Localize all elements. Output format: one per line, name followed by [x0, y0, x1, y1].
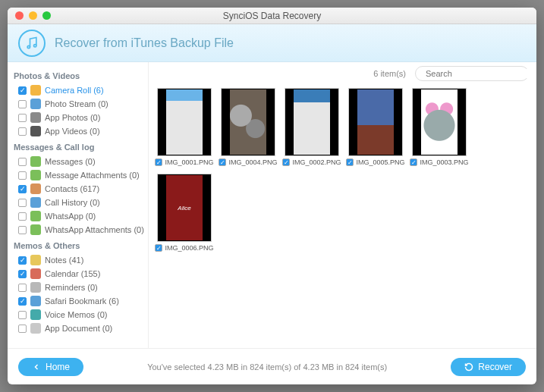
sidebar-item-label: Contacts (617): [45, 184, 99, 193]
checkbox-icon[interactable]: [18, 114, 27, 122]
checkbox-icon[interactable]: ✓: [18, 297, 27, 306]
sidebar-item-safari-bookmark[interactable]: ✓Safari Bookmark (6): [14, 294, 145, 308]
sidebar-item-messages[interactable]: Messages (0): [14, 155, 145, 168]
checkbox-icon[interactable]: ✓: [155, 244, 162, 252]
sidebar-item-calendar[interactable]: ✓Calendar (155): [14, 267, 145, 281]
thumbnail-item[interactable]: ✓IMG_0003.PNG: [411, 88, 467, 166]
video-icon: [30, 126, 41, 136]
sidebar-item-label: Call History (0): [45, 198, 100, 207]
checkbox-icon[interactable]: [18, 284, 27, 292]
recover-button[interactable]: Recover: [451, 358, 526, 376]
checkbox-icon[interactable]: [18, 100, 27, 108]
titlebar: SynciOS Data Recovery: [8, 8, 536, 24]
checkbox-icon[interactable]: [18, 325, 27, 333]
sidebar-category: Photos & Videos: [14, 71, 145, 80]
item-count: 6 item(s): [373, 69, 406, 78]
sidebar-item-whatsapp[interactable]: WhatsApp (0): [14, 209, 145, 223]
svg-point-1: [34, 44, 36, 46]
sidebar-category: Messages & Call log: [14, 143, 145, 152]
sidebar-item-label: Calendar (155): [45, 269, 100, 278]
thumbnail-label: IMG_0004.PNG: [228, 158, 277, 166]
thumbnail-item[interactable]: ✓IMG_0005.PNG: [347, 88, 404, 166]
checkbox-icon[interactable]: [18, 171, 27, 180]
thumbnail-item[interactable]: ✓IMG_0002.PNG: [284, 88, 340, 166]
sidebar: Photos & Videos ✓Camera Roll (6) Photo S…: [8, 62, 148, 348]
checkbox-icon[interactable]: ✓: [18, 270, 27, 278]
sidebar-item-label: Notes (41): [45, 256, 83, 265]
checkbox-icon[interactable]: ✓: [219, 158, 226, 166]
checkbox-icon[interactable]: ✓: [18, 256, 27, 265]
sidebar-item-camera-roll[interactable]: ✓Camera Roll (6): [14, 83, 145, 97]
thumbnail-grid: ✓IMG_0001.PNG ✓IMG_0004.PNG ✓IMG_0002.PN…: [149, 85, 536, 348]
sidebar-item-label: Message Attachments (0): [45, 171, 140, 180]
thumbnail-frame: [285, 88, 339, 156]
sidebar-item-contacts[interactable]: ✓Contacts (617): [14, 182, 145, 196]
thumbnail-frame: [348, 88, 403, 156]
sidebar-item-call-history[interactable]: Call History (0): [14, 196, 145, 209]
sidebar-item-label: App Videos (0): [45, 127, 100, 136]
search-input[interactable]: [426, 69, 530, 78]
sidebar-item-photo-stream[interactable]: Photo Stream (0): [14, 97, 145, 111]
reminders-icon: [30, 282, 41, 293]
arrow-left-icon: [32, 362, 41, 372]
app-photos-icon: [30, 112, 41, 123]
whatsapp-attach-icon: [30, 224, 41, 235]
thumbnail-item[interactable]: ✓IMG_0001.PNG: [156, 88, 212, 166]
sidebar-item-notes[interactable]: ✓Notes (41): [14, 253, 145, 267]
sidebar-item-label: App Document (0): [45, 324, 112, 333]
recover-button-label: Recover: [478, 362, 512, 372]
thumbnail-frame: Alice: [157, 174, 212, 242]
sidebar-item-label: Camera Roll (6): [45, 86, 104, 95]
sidebar-item-app-videos[interactable]: App Videos (0): [14, 124, 145, 138]
attachment-icon: [30, 170, 41, 180]
thumbnail-frame: [412, 88, 467, 156]
contacts-icon: [30, 183, 41, 194]
checkbox-icon[interactable]: ✓: [410, 158, 417, 166]
footer: Home You've selected 4.23 MB in 824 item…: [8, 348, 536, 384]
sidebar-item-label: Voice Memos (0): [45, 310, 108, 319]
checkbox-icon[interactable]: [18, 127, 27, 136]
checkbox-icon[interactable]: [18, 158, 27, 166]
music-note-icon: [18, 30, 46, 57]
sidebar-item-label: Photo Stream (0): [45, 99, 108, 108]
thumbnail-label: IMG_0001.PNG: [165, 158, 213, 166]
checkbox-icon[interactable]: ✓: [18, 86, 27, 95]
thumbnail-label: IMG_0003.PNG: [420, 158, 468, 166]
checkbox-icon[interactable]: ✓: [155, 158, 162, 166]
checkbox-icon[interactable]: [18, 212, 27, 221]
sidebar-item-whatsapp-attach[interactable]: WhatsApp Attachments (0): [14, 223, 145, 237]
search-box[interactable]: [415, 66, 529, 81]
thumbnail-label: IMG_0002.PNG: [292, 158, 341, 166]
app-window: SynciOS Data Recovery Recover from iTune…: [8, 8, 536, 384]
content-body: Photos & Videos ✓Camera Roll (6) Photo S…: [8, 62, 536, 348]
checkbox-icon[interactable]: [18, 199, 27, 207]
sidebar-item-label: WhatsApp Attachments (0): [45, 225, 144, 234]
checkbox-icon[interactable]: ✓: [18, 185, 27, 193]
safari-icon: [30, 296, 41, 306]
checkbox-icon[interactable]: ✓: [282, 158, 290, 166]
sidebar-category: Memos & Others: [14, 241, 145, 250]
sidebar-item-reminders[interactable]: Reminders (0): [14, 281, 145, 294]
window-title: SynciOS Data Recovery: [8, 11, 536, 21]
thumbnail-item[interactable]: Alice✓IMG_0006.PNG: [156, 174, 212, 252]
home-button[interactable]: Home: [18, 358, 83, 376]
thumbnail-frame: [157, 88, 212, 156]
svg-point-0: [27, 45, 30, 48]
checkbox-icon[interactable]: ✓: [346, 158, 354, 166]
sidebar-item-app-photos[interactable]: App Photos (0): [14, 111, 145, 124]
thumbnail-label: IMG_0005.PNG: [356, 158, 404, 166]
sidebar-item-label: Safari Bookmark (6): [45, 296, 119, 306]
sidebar-item-voice-memos[interactable]: Voice Memos (0): [14, 308, 145, 321]
sidebar-item-msg-attach[interactable]: Message Attachments (0): [14, 168, 145, 182]
thumbnail-item[interactable]: ✓IMG_0004.PNG: [220, 88, 276, 166]
document-icon: [30, 323, 41, 334]
checkbox-icon[interactable]: [18, 226, 27, 234]
thumbnail-frame: [221, 88, 275, 156]
toolbar: 6 item(s): [149, 62, 536, 85]
checkbox-icon[interactable]: [18, 311, 27, 319]
sidebar-item-app-document[interactable]: App Document (0): [14, 321, 145, 335]
voice-icon: [30, 309, 41, 320]
main-panel: 6 item(s) ✓IMG_0001.PNG ✓IMG_0004.PNG ✓I…: [148, 62, 536, 348]
calendar-icon: [30, 268, 41, 279]
whatsapp-icon: [30, 211, 41, 221]
